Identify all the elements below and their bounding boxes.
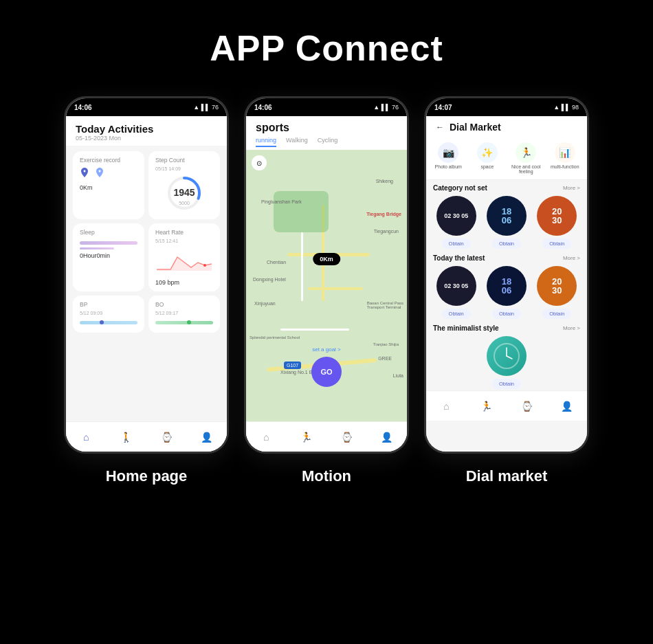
step-count-card: Step Count 05/15 14:09 1945 5000 xyxy=(148,151,220,219)
obtain-btn-1b[interactable]: Obtain xyxy=(492,238,521,249)
map-label-liuta: Liuta xyxy=(393,373,403,378)
exercise-label: Exercise record xyxy=(80,157,137,164)
dial-icon-cool[interactable]: 🏃 Nice and cool feeling xyxy=(508,142,544,174)
watch-face-3a[interactable] xyxy=(487,336,527,376)
motion-header: sports running Walking Cycling xyxy=(246,116,407,150)
watch-item-1b: 1806 Obtain xyxy=(483,196,529,249)
space-icon: ✨ xyxy=(477,142,498,163)
nav-watch-icon[interactable]: ⌚ xyxy=(159,430,174,445)
map-label-gree: GREE xyxy=(378,356,392,361)
status-icons-motion: ▲ ▌▌ 76 xyxy=(373,104,399,111)
section2-header: Today the latest More > xyxy=(433,254,580,262)
tab-walking[interactable]: Walking xyxy=(286,137,308,147)
time-motion: 14:06 xyxy=(254,104,272,111)
dial-section-2: Today the latest More > 02 30 05 Obtain … xyxy=(426,250,587,320)
nav-d-home-icon[interactable]: ⌂ xyxy=(439,399,454,414)
obtain-btn-3a[interactable]: Obtain xyxy=(492,379,521,389)
phone-motion: 14:06 ▲ ▌▌ 76 sports running Walking Cyc… xyxy=(244,96,409,454)
step-sub: 05/15 14:09 xyxy=(155,166,213,171)
dial-icon-space[interactable]: ✨ space xyxy=(469,142,505,174)
bp-label: BP xyxy=(80,301,137,308)
map-container: Shikeng Pingluanshan Park Tiegang Bridge… xyxy=(246,150,407,421)
section3-more[interactable]: More > xyxy=(563,325,580,331)
map-label-village: Tiegangcun xyxy=(374,229,399,234)
obtain-btn-2a[interactable]: Obtain xyxy=(442,309,471,319)
zero-km-badge: 0Km xyxy=(313,253,340,265)
nav-d-profile-icon[interactable]: 👤 xyxy=(560,399,575,414)
home-screen-title: Today Activities xyxy=(76,123,217,135)
bp-card: BP 5/12 09:09 xyxy=(73,296,144,333)
home-screen: Today Activities 05-15-2023 Mon Exercise… xyxy=(66,116,227,452)
section1-more[interactable]: More > xyxy=(563,185,580,191)
home-bottom-nav: ⌂ 🚶 ⌚ 👤 xyxy=(66,421,227,452)
road-h2 xyxy=(308,287,363,290)
nav-home-icon[interactable]: ⌂ xyxy=(78,430,93,445)
map-location-btn[interactable]: ⊙ xyxy=(252,155,267,170)
section3-header: The minimalist style More > xyxy=(433,324,580,332)
svg-line-5 xyxy=(507,356,512,359)
tab-cycling[interactable]: Cycling xyxy=(318,137,338,147)
home-header: Today Activities 05-15-2023 Mon xyxy=(66,116,227,146)
watch-face-1b[interactable]: 1806 xyxy=(487,196,527,236)
dial-watch-row-3: Obtain xyxy=(433,336,580,389)
home-cards: Exercise record 0Km Step Count xyxy=(66,146,227,421)
dial-watch-row-1: 02 30 05 Obtain 1806 Obtain 2030 xyxy=(433,196,580,249)
nav-m-run-icon[interactable]: 🏃 xyxy=(299,430,314,445)
status-bar-dial: 14:07 ▲ ▌▌ 98 xyxy=(426,98,587,116)
obtain-btn-1a[interactable]: Obtain xyxy=(442,238,471,249)
map-label-xin: Xinjuyuan xyxy=(254,301,276,306)
tab-running[interactable]: running xyxy=(256,137,276,147)
section2-title: Today the latest xyxy=(433,254,485,262)
nav-d-run-icon[interactable]: 🏃 xyxy=(479,399,494,414)
phone-home: 14:06 ▲ ▌▌ 76 Today Activities 05-15-202… xyxy=(64,96,229,454)
time-home: 14:06 xyxy=(74,104,92,111)
map-label-park: Pingluanshan Park xyxy=(261,199,302,204)
bo-bar xyxy=(155,321,213,324)
obtain-btn-2c[interactable]: Obtain xyxy=(542,309,571,319)
time-dial: 14:07 xyxy=(434,104,452,111)
notch-home xyxy=(126,98,167,111)
watch-face-2b[interactable]: 1806 xyxy=(487,266,527,306)
dial-icon-multi[interactable]: 📊 multi-function xyxy=(547,142,583,174)
watch-face-1c[interactable]: 2030 xyxy=(537,196,577,236)
exercise-card: Exercise record 0Km xyxy=(73,151,144,219)
status-icons-home: ▲ ▌▌ 76 xyxy=(193,104,219,111)
nav-m-profile-icon[interactable]: 👤 xyxy=(379,430,395,445)
dial-icon-photo[interactable]: 📷 Photo album xyxy=(430,142,466,174)
section1-title: Category not set xyxy=(433,184,487,192)
set-goal-text[interactable]: set a goal > xyxy=(312,346,341,353)
dial-section-1: Category not set More > 02 30 05 Obtain … xyxy=(426,180,587,250)
watch-face-2c[interactable]: 2030 xyxy=(537,266,577,306)
map-label-tianjiao: Tianjiao Shijia xyxy=(373,342,399,346)
multi-function-icon: 📊 xyxy=(555,142,575,163)
svg-point-2 xyxy=(203,264,206,267)
obtain-btn-1c[interactable]: Obtain xyxy=(542,238,571,249)
motion-title: sports xyxy=(256,122,397,134)
step-number: 1945 xyxy=(173,187,195,198)
notch-motion xyxy=(306,98,347,111)
motion-screen: sports running Walking Cycling xyxy=(246,116,407,452)
nav-m-home-icon[interactable]: ⌂ xyxy=(258,430,274,445)
nav-profile-icon[interactable]: 👤 xyxy=(199,430,214,445)
dial-header: ← Dial Market xyxy=(426,116,587,137)
photo-album-label: Photo album xyxy=(435,164,462,169)
nav-m-watch-icon[interactable]: ⌚ xyxy=(339,430,354,445)
bo-card: BO 5/12 09:17 xyxy=(148,296,220,333)
nav-d-watch-icon[interactable]: ⌚ xyxy=(519,399,534,414)
dial-back-btn[interactable]: ← xyxy=(436,122,444,132)
step-label: Step Count xyxy=(155,157,213,164)
heart-sub: 5/15 12:41 xyxy=(155,238,213,243)
bp-sub: 5/12 09:09 xyxy=(80,311,137,315)
sleep-bar2 xyxy=(80,247,114,249)
obtain-btn-2b[interactable]: Obtain xyxy=(492,309,521,319)
nav-walk-icon[interactable]: 🚶 xyxy=(119,430,134,445)
map-label-bridge: Tiegang Bridge xyxy=(366,212,401,216)
watch-face-2a[interactable]: 02 30 05 xyxy=(436,266,476,306)
watch-item-2b: 1806 Obtain xyxy=(483,266,529,319)
section2-more[interactable]: More > xyxy=(563,255,580,261)
motion-bottom-nav: ⌂ 🏃 ⌚ 👤 xyxy=(246,421,407,452)
watch-face-1a[interactable]: 02 30 05 xyxy=(436,196,476,236)
dial-category-icons: 📷 Photo album ✨ space 🏃 Nice and cool fe… xyxy=(426,137,587,180)
map-label-chentian: Chentian xyxy=(267,260,286,265)
go-button[interactable]: GO xyxy=(311,357,342,387)
